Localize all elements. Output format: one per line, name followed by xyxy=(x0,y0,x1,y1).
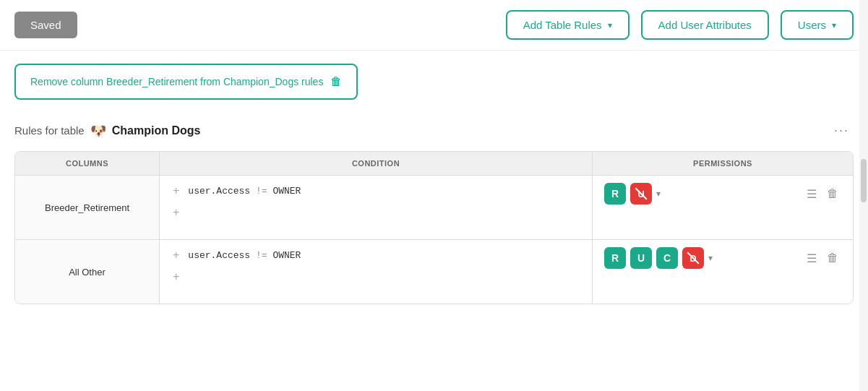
scrollbar-thumb[interactable] xyxy=(861,159,867,202)
permissions-header: PERMISSIONS xyxy=(593,152,853,175)
rules-table: COLUMNS CONDITION PERMISSIONS Breeder_Re… xyxy=(14,151,854,304)
notification-text: Remove column Breeder_Retirement from Ch… xyxy=(30,76,323,87)
rules-title-left: Rules for table 🐶 Champion Dogs xyxy=(14,123,200,139)
table-name: Champion Dogs xyxy=(112,124,201,137)
rules-title: Rules for table 🐶 Champion Dogs ··· xyxy=(14,121,854,139)
condition-text-1: user.Access != OWNER xyxy=(188,186,301,197)
condition-cell-breeder: + user.Access != OWNER + xyxy=(160,176,593,239)
delete-button-1[interactable]: 🗑 xyxy=(824,184,841,203)
users-chevron-icon: ▾ xyxy=(832,20,836,30)
condition-row-3: + user.Access != OWNER xyxy=(171,247,580,263)
permission-r-badge[interactable]: R xyxy=(604,183,626,205)
permission-u-badge-2[interactable]: U xyxy=(630,247,652,269)
permissions-row-2: R U C D ▾ ☰ 🗑 xyxy=(604,247,841,269)
rules-prefix: Rules for table xyxy=(14,124,85,137)
perm-placeholder-2 xyxy=(604,275,841,296)
users-button[interactable]: Users ▾ xyxy=(781,10,854,40)
columns-header: COLUMNS xyxy=(15,152,160,175)
perm-placeholder xyxy=(604,210,841,232)
permissions-row-1: R U ▾ ☰ 🗑 xyxy=(604,183,841,205)
add-table-rules-label: Add Table Rules xyxy=(523,19,602,31)
condition-header: CONDITION xyxy=(160,152,593,175)
trash-icon[interactable]: 🗑 xyxy=(330,75,342,88)
condition-row-4: + xyxy=(171,269,580,285)
permission-r-badge-2[interactable]: R xyxy=(604,247,626,269)
add-condition-button-4[interactable]: + xyxy=(171,269,181,285)
add-condition-button-3[interactable]: + xyxy=(171,247,181,263)
add-table-rules-button[interactable]: Add Table Rules ▾ xyxy=(506,10,629,40)
table-header-row: COLUMNS CONDITION PERMISSIONS xyxy=(15,152,853,176)
condition-text-2: user.Access != OWNER xyxy=(188,250,301,261)
delete-button-2[interactable]: 🗑 xyxy=(824,249,841,267)
users-label: Users xyxy=(798,19,826,31)
scrollbar[interactable] xyxy=(859,0,868,391)
add-table-rules-chevron-icon: ▾ xyxy=(608,20,612,30)
permissions-cell-all-other: R U C D ▾ ☰ 🗑 xyxy=(593,240,853,304)
condition-cell-all-other: + user.Access != OWNER + xyxy=(160,240,593,304)
comment-button-1[interactable]: ☰ xyxy=(804,184,820,204)
table-row-all-other: All Other + user.Access != OWNER + xyxy=(15,240,853,304)
comment-button-2[interactable]: ☰ xyxy=(804,249,820,268)
condition-row-1: + user.Access != OWNER xyxy=(171,183,580,199)
more-options-button[interactable]: ··· xyxy=(830,121,854,139)
saved-button[interactable]: Saved xyxy=(14,12,77,38)
column-name-breeder: Breeder_Retirement xyxy=(15,176,160,239)
permission-u-no-badge[interactable]: U xyxy=(630,183,652,205)
add-condition-button-1[interactable]: + xyxy=(171,183,181,199)
rules-section: Rules for table 🐶 Champion Dogs ··· COLU… xyxy=(0,107,868,304)
dog-emoji-icon: 🐶 xyxy=(90,123,106,139)
permissions-chevron-icon[interactable]: ▾ xyxy=(656,189,661,199)
table-row: Breeder_Retirement + user.Access != OWNE… xyxy=(15,176,853,240)
add-user-attributes-label: Add User Attributes xyxy=(658,19,752,31)
permission-c-badge-2[interactable]: C xyxy=(656,247,678,269)
notification-bar: Remove column Breeder_Retirement from Ch… xyxy=(14,64,358,100)
add-user-attributes-button[interactable]: Add User Attributes xyxy=(641,10,769,40)
condition-row-2: + xyxy=(171,205,580,220)
add-condition-button-2[interactable]: + xyxy=(171,205,181,220)
permissions-chevron-icon-2[interactable]: ▾ xyxy=(708,253,713,263)
all-other-label: All Other xyxy=(69,267,106,278)
header: Saved Add Table Rules ▾ Add User Attribu… xyxy=(0,0,868,51)
permission-d-no-badge[interactable]: D xyxy=(682,247,704,269)
permissions-cell-breeder: R U ▾ ☰ 🗑 xyxy=(593,176,853,239)
breeder-retirement-label: Breeder_Retirement xyxy=(45,202,129,213)
column-name-all-other: All Other xyxy=(15,240,160,304)
page-container: Saved Add Table Rules ▾ Add User Attribu… xyxy=(0,0,868,304)
